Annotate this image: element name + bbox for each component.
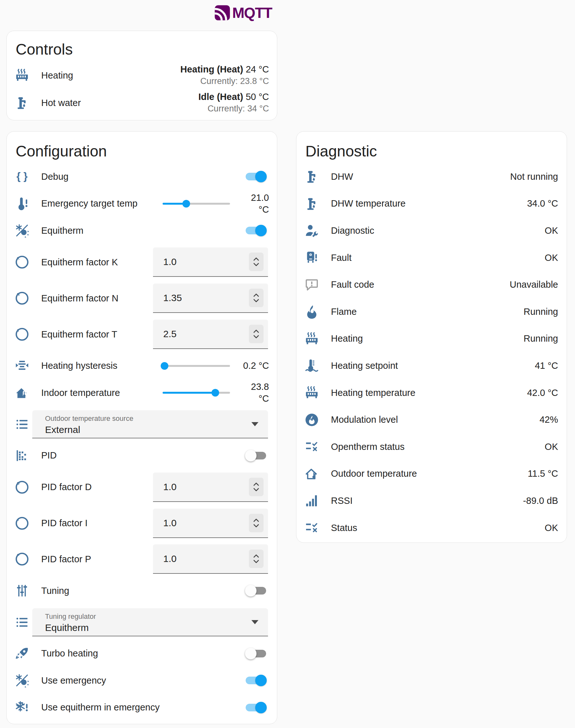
slider-knob[interactable] — [182, 200, 190, 208]
diag-value: 11.5 °C — [528, 468, 558, 479]
diag-label: Opentherm status — [331, 442, 545, 452]
svg-text:I: I — [18, 518, 19, 521]
pid-factor-d-stepper[interactable] — [249, 478, 264, 496]
pid-factor-d-input[interactable] — [163, 481, 249, 493]
diag-row-flame[interactable]: Flame Running — [297, 298, 567, 325]
svg-text:N: N — [17, 292, 20, 296]
configuration-card: Configuration Debug Emergency target tem… — [6, 131, 277, 724]
tune-vertical-icon — [14, 583, 30, 598]
slider-knob[interactable] — [161, 362, 168, 370]
heating-hysteresis-slider[interactable] — [163, 360, 230, 372]
sun-snowflake-icon — [14, 223, 30, 238]
diag-row-fault[interactable]: Fault OK — [297, 244, 567, 271]
diag-value: OK — [545, 523, 558, 533]
diag-row-rssi[interactable]: RSSI -89.0 dB — [297, 487, 567, 514]
list-bulleted-icon — [14, 615, 30, 630]
alpha-k-circle-icon: K — [14, 254, 30, 270]
diag-value: Not running — [510, 172, 558, 182]
diag-row-heating-setpoint[interactable]: Heating setpoint 41 °C — [297, 352, 567, 379]
svg-text:D: D — [17, 481, 20, 485]
slider-knob[interactable] — [211, 389, 219, 397]
config-row-equitherm-factor-n: N Equitherm factor N — [7, 280, 277, 317]
debug-toggle[interactable] — [246, 171, 266, 182]
config-row-use-equitherm-in-emergency: Use equitherm in emergency — [7, 694, 277, 721]
pid-factor-d-label: PID factor D — [41, 482, 153, 493]
tuning-regulator-value: Equitherm — [45, 622, 246, 633]
mqtt-logo-icon — [214, 4, 231, 21]
use-equitherm-in-emergency-label: Use equitherm in emergency — [41, 702, 246, 713]
heating-hysteresis-label: Heating hysteresis — [41, 361, 163, 371]
equitherm-factor-n-input[interactable] — [163, 292, 249, 303]
equitherm-factor-k-input[interactable] — [163, 256, 249, 267]
diag-value: OK — [545, 253, 558, 263]
climate-hot-water-label: Hot water — [41, 98, 198, 108]
equitherm-factor-n-field — [153, 284, 268, 313]
sun-snowflake-icon — [14, 673, 30, 688]
climate-hot-water-state: Idle (Heat) 50 °C — [198, 91, 269, 103]
pid-label: PID — [41, 450, 246, 461]
equitherm-factor-k-stepper[interactable] — [249, 253, 264, 271]
diag-row-fault-code[interactable]: Fault code Unavailable — [297, 271, 567, 298]
diag-row-outdoor-temperature[interactable]: Outdoor temperature 11.5 °C — [297, 461, 567, 487]
diag-row-opentherm-status[interactable]: Opentherm status OK — [297, 433, 567, 461]
outdoor-temperature-source-value: External — [45, 424, 246, 435]
config-row-equitherm-factor-t: T Equitherm factor T — [7, 317, 277, 353]
pid-factor-p-input[interactable] — [163, 553, 249, 564]
indoor-temperature-label: Indoor temperature — [41, 388, 163, 398]
outdoor-temperature-source-select[interactable]: Outdoor temperature source External — [32, 410, 268, 438]
flame-icon — [304, 304, 319, 319]
water-tap-icon — [14, 95, 30, 110]
equitherm-factor-n-stepper[interactable] — [249, 289, 264, 307]
turbo-heating-label: Turbo heating — [41, 648, 246, 659]
diag-label: Flame — [331, 306, 523, 317]
turbo-heating-toggle[interactable] — [246, 648, 266, 659]
tuning-toggle[interactable] — [246, 585, 266, 596]
equitherm-factor-t-stepper[interactable] — [249, 325, 264, 343]
code-json-icon — [14, 169, 30, 184]
config-row-debug: Debug — [7, 163, 277, 190]
emergency-target-temp-slider[interactable] — [163, 198, 230, 210]
diag-row-status[interactable]: Status OK — [297, 514, 567, 542]
equitherm-factor-t-input[interactable] — [163, 329, 249, 339]
account-wrench-icon — [304, 223, 319, 238]
svg-text:P: P — [17, 554, 19, 557]
indoor-temperature-slider[interactable] — [163, 387, 230, 399]
equitherm-factor-n-label: Equitherm factor N — [41, 293, 153, 304]
diag-row-diagnostic[interactable]: Diagnostic OK — [297, 217, 567, 244]
config-row-pid-factor-p: P PID factor P — [7, 541, 277, 577]
pid-factor-i-input[interactable] — [163, 518, 249, 529]
diag-row-modulation-level[interactable]: Modulation level 42% — [297, 406, 567, 433]
equitherm-toggle[interactable] — [246, 225, 266, 236]
pid-factor-p-stepper[interactable] — [249, 549, 264, 568]
diag-row-dhw-temperature[interactable]: DHW temperature 34.0 °C — [297, 190, 567, 217]
home-thermometer-outline-icon — [304, 466, 319, 481]
tuning-regulator-select[interactable]: Tuning regulator Equitherm — [32, 608, 268, 636]
diag-row-dhw[interactable]: DHW Not running — [297, 163, 567, 190]
indoor-temperature-value: 23.8°C — [233, 381, 269, 405]
pid-factor-i-stepper[interactable] — [249, 514, 264, 532]
config-row-turbo-heating: Turbo heating — [7, 640, 277, 667]
use-emergency-label: Use emergency — [41, 675, 246, 686]
diag-label: Modulation level — [331, 414, 540, 425]
diag-row-heating-temperature[interactable]: Heating temperature 42.0 °C — [297, 379, 567, 406]
config-row-equitherm-factor-k: K Equitherm factor K — [7, 244, 277, 280]
diag-row-heating[interactable]: Heating Running — [297, 325, 567, 353]
climate-row-heating[interactable]: Heating Heating (Heat) 24 °C Currently: … — [7, 62, 277, 89]
diag-value: Running — [523, 306, 558, 317]
controls-title: Controls — [7, 31, 277, 62]
config-row-use-emergency: Use emergency — [7, 667, 277, 694]
thermometer-water-icon — [304, 358, 319, 373]
config-row-outdoor-temperature-source: Outdoor temperature source External — [7, 406, 277, 442]
alpha-n-circle-icon: N — [14, 291, 30, 306]
use-equitherm-in-emergency-toggle[interactable] — [246, 702, 266, 713]
pid-toggle[interactable] — [246, 450, 266, 461]
water-tap-icon — [304, 196, 319, 211]
chat-alert-icon — [304, 277, 319, 292]
signal-icon — [304, 493, 319, 508]
tuning-label: Tuning — [41, 586, 246, 596]
climate-row-hot-water[interactable]: Hot water Idle (Heat) 50 °C Currently: 3… — [7, 89, 277, 116]
use-emergency-toggle[interactable] — [246, 675, 266, 686]
diag-value: OK — [545, 225, 558, 236]
pid-factor-p-field — [153, 544, 268, 574]
diag-value: 42% — [540, 414, 558, 425]
